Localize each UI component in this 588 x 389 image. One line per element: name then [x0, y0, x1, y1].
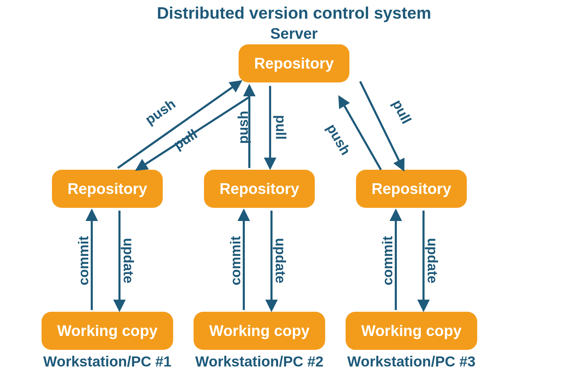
ws3-pull-arrow: [360, 81, 403, 170]
ws1-caption: Workstation/PC #1: [28, 353, 187, 370]
ws3-working-copy-node: Working copy: [346, 312, 477, 350]
ws3-update-label: update: [425, 238, 440, 283]
ws3-repository-node: Repository: [356, 170, 467, 208]
ws1-commit-label: commit: [76, 236, 91, 285]
server-repository-node: Repository: [239, 44, 349, 82]
ws1-repository-node: Repository: [52, 170, 163, 208]
server-label: Server: [0, 25, 588, 42]
ws3-push-label: push: [323, 121, 354, 158]
ws2-repository-node: Repository: [204, 170, 315, 208]
ws2-working-copy-label: Working copy: [209, 322, 310, 339]
ws2-commit-label: commit: [228, 236, 243, 285]
ws2-pull-label: pull: [273, 115, 288, 140]
ws2-push-label: push: [235, 111, 251, 144]
diagram-canvas: Distributed version control system Serve…: [0, 0, 588, 389]
ws1-push-label: push: [142, 96, 178, 128]
ws3-caption: Workstation/PC #3: [332, 353, 491, 370]
server-repository-label: Repository: [254, 55, 334, 72]
ws3-commit-label: commit: [380, 236, 395, 285]
ws1-update-label: update: [121, 238, 136, 283]
ws2-caption: Workstation/PC #2: [180, 353, 339, 370]
diagram-title: Distributed version control system: [0, 3, 588, 23]
ws3-working-copy-label: Working copy: [361, 322, 462, 339]
ws1-push-arrow: [118, 81, 241, 168]
ws1-working-copy-node: Working copy: [42, 312, 173, 350]
ws2-update-label: update: [273, 238, 288, 283]
ws2-repository-label: Repository: [220, 180, 299, 197]
ws1-pull-label: pull: [171, 126, 200, 152]
ws2-working-copy-node: Working copy: [194, 312, 325, 350]
ws3-pull-label: pull: [389, 97, 414, 126]
ws3-push-arrow: [339, 97, 381, 170]
ws1-repository-label: Repository: [68, 180, 147, 197]
ws1-working-copy-label: Working copy: [57, 322, 158, 339]
ws3-repository-label: Repository: [372, 180, 451, 197]
